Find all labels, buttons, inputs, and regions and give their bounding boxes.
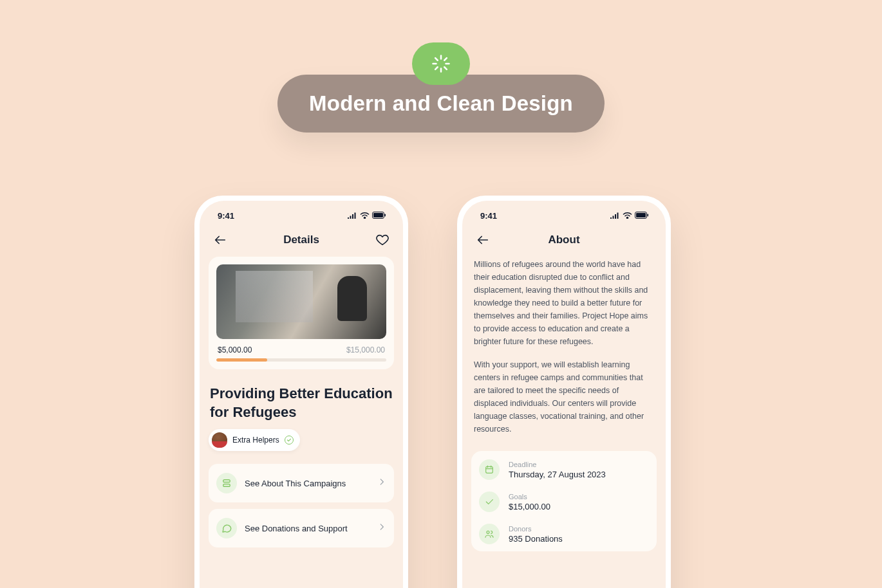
- status-bar: 9:41: [471, 207, 657, 227]
- svg-rect-15: [648, 214, 649, 217]
- svg-rect-11: [223, 480, 230, 482]
- chevron-right-icon: [377, 522, 386, 534]
- svg-line-2: [435, 58, 438, 60]
- deadline-value: Thursday, 27 August 2023: [509, 470, 606, 479]
- users-icon: [479, 524, 500, 544]
- chevron-right-icon: [377, 477, 386, 489]
- about-paragraph: With your support, we will establish lea…: [474, 358, 654, 436]
- battery-icon: [635, 211, 649, 221]
- back-button[interactable]: [475, 232, 491, 248]
- info-card: Deadline Thursday, 27 August 2023 Goals …: [471, 451, 657, 551]
- stack-icon: [216, 473, 237, 493]
- svg-line-3: [444, 67, 447, 69]
- raised-amount: $5,000.00: [218, 345, 252, 354]
- wifi-icon: [623, 211, 632, 221]
- phone-about: 9:41 About Millions of refugees around t…: [457, 196, 671, 588]
- status-bar: 9:41: [209, 207, 394, 227]
- about-paragraph: Millions of refugees around the world ha…: [474, 258, 654, 348]
- heart-button[interactable]: [375, 232, 390, 248]
- progress-fill: [216, 358, 267, 362]
- banner: Modern and Clean Design: [277, 42, 605, 133]
- svg-rect-16: [486, 466, 493, 473]
- status-time: 9:41: [480, 211, 497, 221]
- svg-rect-9: [373, 213, 383, 217]
- phone-details: 9:41 Details $5,000.00 $15,000.00: [194, 196, 408, 588]
- goal-amount: $15,000.00: [346, 345, 385, 354]
- spinner-icon: [412, 42, 470, 85]
- deadline-label: Deadline: [509, 461, 606, 468]
- wifi-icon: [360, 211, 370, 221]
- donations-link-label: See Donations and Support: [245, 524, 370, 533]
- donors-value: 935 Donations: [509, 534, 563, 544]
- info-donors: Donors 935 Donations: [479, 518, 649, 550]
- info-goals: Goals $15,000.00: [479, 486, 649, 518]
- progress-bar: [216, 358, 386, 362]
- organization-chip[interactable]: Extra Helpers: [209, 429, 300, 451]
- campaign-photo: [216, 264, 386, 339]
- battery-icon: [372, 211, 386, 221]
- back-button[interactable]: [212, 232, 228, 248]
- signal-icon: [610, 211, 620, 221]
- info-deadline: Deadline Thursday, 27 August 2023: [479, 454, 649, 486]
- verified-icon: [285, 436, 294, 445]
- organization-name: Extra Helpers: [232, 436, 279, 445]
- svg-line-6: [435, 67, 438, 69]
- svg-rect-12: [223, 484, 230, 487]
- goals-label: Goals: [509, 493, 550, 501]
- campaign-card: $5,000.00 $15,000.00: [209, 257, 394, 369]
- campaign-title: Providing Better Education for Refugees: [209, 378, 394, 429]
- svg-rect-10: [385, 214, 386, 217]
- about-body: Millions of refugees around the world ha…: [471, 257, 657, 447]
- avatar: [212, 432, 227, 448]
- page-title: Details: [283, 234, 319, 246]
- status-time: 9:41: [218, 211, 234, 221]
- chat-icon: [216, 518, 237, 538]
- page-title: About: [548, 234, 579, 246]
- about-link[interactable]: See About This Campaigns: [209, 464, 394, 502]
- about-link-label: See About This Campaigns: [245, 479, 370, 488]
- svg-point-17: [487, 531, 489, 533]
- svg-line-7: [444, 58, 447, 60]
- donors-label: Donors: [509, 525, 563, 533]
- svg-rect-14: [636, 213, 646, 217]
- goals-value: $15,000.00: [509, 502, 550, 511]
- donations-link[interactable]: See Donations and Support: [209, 509, 394, 547]
- check-icon: [479, 492, 500, 512]
- calendar-icon: [479, 459, 500, 480]
- signal-icon: [347, 211, 357, 221]
